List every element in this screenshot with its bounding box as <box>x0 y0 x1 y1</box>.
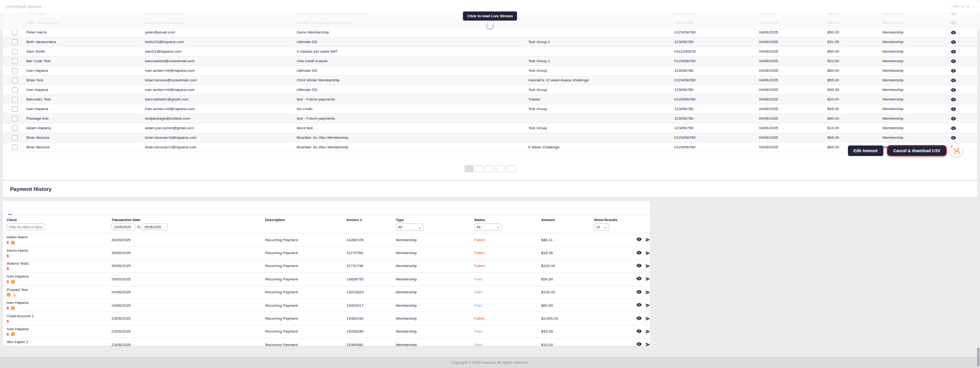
page-footer: Copyright © 2025 Hapana. All rights rese… <box>0 357 980 368</box>
client-filter-input[interactable] <box>7 223 45 230</box>
member-phone: 0123456789 <box>674 30 759 34</box>
pagination <box>465 165 516 172</box>
row-checkbox[interactable] <box>12 97 18 102</box>
view-details-eye-icon[interactable] <box>636 277 642 281</box>
view-details-eye-icon[interactable] <box>949 40 977 44</box>
send-receipt-icon[interactable] <box>646 251 650 256</box>
transaction-date: 26/05/2025 <box>111 251 265 255</box>
info-icon: i <box>11 306 15 310</box>
member-name: Package test <box>26 116 145 121</box>
view-details-eye-icon[interactable] <box>636 290 642 295</box>
member-phone: 0123456789 <box>674 145 759 149</box>
live-stream-title: Live Retail Stream <box>6 4 41 9</box>
view-details-eye-icon[interactable] <box>949 69 977 73</box>
pagination-button[interactable] <box>465 165 474 172</box>
chevron-down-icon: ⌄ <box>496 225 500 229</box>
status-select[interactable]: All ⌄ <box>474 223 502 231</box>
payment-date: 04/06/2025 <box>759 88 827 92</box>
payment-amount: $20.00 <box>827 59 882 63</box>
member-phone: 123456789 <box>674 40 759 44</box>
view-details-eye-icon[interactable] <box>949 107 977 111</box>
view-details-eye-icon[interactable] <box>949 31 977 34</box>
row-checkbox[interactable] <box>12 145 18 150</box>
payment-type: Membership <box>396 316 474 321</box>
row-checkbox[interactable] <box>12 30 18 35</box>
live-stream-filter-label: Filter by: all <box>952 4 970 9</box>
row-checkbox[interactable] <box>12 78 18 83</box>
client-status-icons: $ <box>7 254 111 258</box>
type-select[interactable]: All ⌄ <box>396 223 423 231</box>
member-email: beth123@hapana.com <box>145 40 297 44</box>
view-details-eye-icon[interactable] <box>949 126 977 130</box>
live-stream-filter-link[interactable]: Filter by: all ⌄ <box>952 4 974 9</box>
membership-plan: 3 classes per week NAT <box>297 49 528 54</box>
load-live-stream-tooltip[interactable]: Click to load Live Stream <box>463 11 517 21</box>
view-details-eye-icon[interactable] <box>636 237 642 242</box>
payment-description: Recurring Payment <box>265 277 346 281</box>
view-details-eye-icon[interactable] <box>949 98 977 101</box>
payment-date: 04/06/2025 <box>759 68 827 73</box>
payment-date: 04/06/2025 <box>759 126 827 130</box>
send-receipt-icon[interactable] <box>646 342 650 346</box>
view-details-eye-icon[interactable] <box>636 303 642 308</box>
pagination-button[interactable] <box>496 165 505 172</box>
payment-type: Membership <box>396 303 474 308</box>
view-details-eye-icon[interactable] <box>636 264 642 268</box>
member-name: Barcode1 Test <box>26 97 145 101</box>
row-checkbox[interactable] <box>12 125 18 131</box>
view-details-eye-icon[interactable] <box>636 316 642 321</box>
view-details-eye-icon[interactable] <box>949 50 977 54</box>
client-status-icons <box>7 345 111 346</box>
row-checkbox[interactable] <box>12 68 18 74</box>
payment-amount: $31.95 <box>827 40 882 44</box>
cancel-download-csv-button[interactable]: Cancel & download CSV <box>887 145 947 156</box>
row-checkbox[interactable] <box>12 39 18 45</box>
view-details-eye-icon[interactable] <box>636 251 642 256</box>
transaction-date: 24/05/2025 <box>111 290 265 294</box>
view-details-eye-icon[interactable] <box>949 88 977 92</box>
view-details-eye-icon[interactable] <box>636 342 642 346</box>
date-from-input[interactable] <box>111 223 135 230</box>
payment-type: Membership <box>882 126 949 130</box>
row-checkbox[interactable] <box>12 87 18 93</box>
show-results-select[interactable]: 10 ⌄ <box>594 223 609 231</box>
transaction-date: 26/05/2025 <box>111 264 265 268</box>
send-receipt-icon[interactable] <box>646 303 650 308</box>
pagination-button[interactable] <box>475 165 484 172</box>
member-name: Ivan Hapana <box>26 68 145 73</box>
date-to-input[interactable] <box>142 223 167 230</box>
payment-history-card: Payment History <box>3 181 977 197</box>
row-checkbox[interactable] <box>12 49 18 55</box>
payment-status: Paid <box>474 329 541 334</box>
view-details-eye-icon[interactable] <box>636 329 642 334</box>
payment-status: Paid <box>474 343 541 346</box>
member-group: Test Group 1 <box>528 40 674 44</box>
row-checkbox[interactable] <box>12 135 18 141</box>
send-receipt-icon[interactable] <box>646 277 650 281</box>
send-receipt-icon[interactable] <box>646 316 650 321</box>
vertical-scrollbar-thumb[interactable] <box>977 347 980 367</box>
payment-status: Failed <box>474 264 541 268</box>
client-name: Adam Adem <box>7 235 111 239</box>
row-checkbox[interactable] <box>12 106 18 112</box>
loading-spinner <box>486 22 494 30</box>
send-receipt-icon[interactable] <box>646 237 650 242</box>
send-receipt-icon[interactable] <box>646 264 650 268</box>
view-details-eye-icon[interactable] <box>949 136 977 140</box>
view-details-eye-icon[interactable] <box>949 78 977 82</box>
payment-status: Failed <box>474 251 541 255</box>
pagination-button[interactable] <box>507 165 516 172</box>
view-details-eye-icon[interactable] <box>949 59 977 63</box>
member-email: ivan.andes+inf@hapana.com <box>145 107 297 111</box>
pagination-button[interactable] <box>486 165 495 172</box>
send-receipt-icon[interactable] <box>646 329 650 334</box>
barcode-scan-button[interactable] <box>949 144 963 157</box>
edit-amount-button[interactable]: Edit Amount <box>848 145 883 156</box>
client-name: Demo Harris <box>7 248 111 253</box>
view-details-eye-icon[interactable] <box>949 117 977 121</box>
row-checkbox[interactable] <box>12 58 18 64</box>
row-checkbox[interactable] <box>12 116 18 122</box>
send-receipt-icon[interactable] <box>646 290 650 295</box>
payment-status: Paid <box>474 290 541 294</box>
type-select-value: All <box>398 225 402 229</box>
